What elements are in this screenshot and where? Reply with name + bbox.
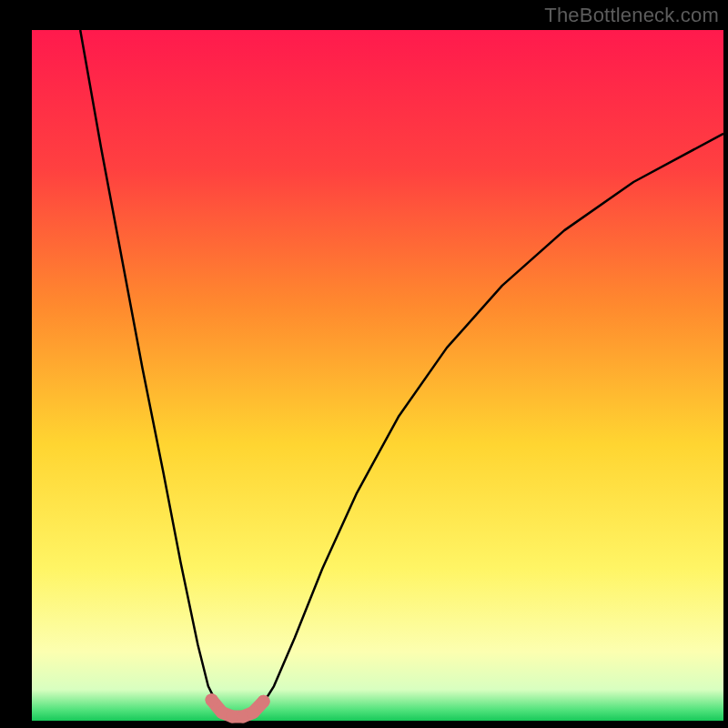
- watermark-text: TheBottleneck.com: [544, 4, 719, 27]
- chart-svg: [0, 0, 728, 728]
- valley-marker: [206, 693, 218, 706]
- gradient-panel: [32, 30, 723, 721]
- valley-marker: [258, 695, 270, 708]
- valley-marker: [247, 706, 259, 719]
- chart-frame: TheBottleneck.com: [0, 0, 728, 728]
